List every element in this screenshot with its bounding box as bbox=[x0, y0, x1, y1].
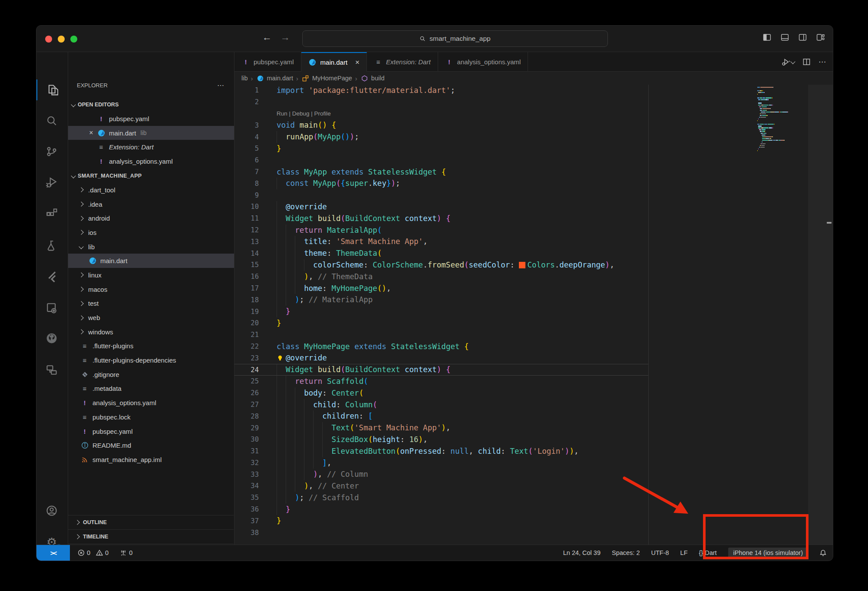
code-line-29[interactable]: 29Text('Smart Machine App'), bbox=[234, 422, 833, 434]
project-section-header[interactable]: SMART_MACHINE_APP bbox=[72, 168, 142, 183]
tree-item-lib[interactable]: lib bbox=[68, 240, 234, 254]
code-line-21[interactable]: 21 bbox=[234, 329, 833, 341]
tree-item-windows[interactable]: windows bbox=[68, 325, 234, 339]
code-line-18[interactable]: 18); // MaterialApp bbox=[234, 294, 833, 306]
code-line-4[interactable]: 4runApp(MyApp()); bbox=[234, 131, 833, 143]
minimize-window-button[interactable] bbox=[58, 36, 65, 43]
code-line-31[interactable]: 31ElevatedButton(onPressed: null, child:… bbox=[234, 446, 833, 457]
open-editor-item[interactable]: ≡Extension: Dart bbox=[68, 140, 234, 154]
code-line-7[interactable]: 7class MyApp extends StatelessWidget { bbox=[234, 166, 833, 178]
code-line-30[interactable]: 30SizedBox(height: 16), bbox=[234, 434, 833, 446]
tab-main-dart[interactable]: main.dart× bbox=[301, 52, 367, 72]
device-indicator[interactable]: iPhone 14 (ios simulator) bbox=[728, 548, 808, 558]
scrollbar-track[interactable] bbox=[808, 85, 833, 545]
command-center-search[interactable]: smart_machine_app bbox=[302, 30, 608, 47]
code-line-34[interactable]: 34), // Center bbox=[234, 480, 833, 492]
activity-testing-icon[interactable] bbox=[36, 235, 67, 256]
codelens[interactable]: Run | Debug | Profile bbox=[234, 108, 833, 120]
code-line-37[interactable]: 37} bbox=[234, 515, 833, 527]
tree-item--flutter-plugins[interactable]: ≡.flutter-plugins bbox=[68, 339, 234, 353]
tree-item-android[interactable]: android bbox=[68, 211, 234, 225]
tree-item-analysis-options-yaml[interactable]: !analysis_options.yaml bbox=[68, 396, 234, 410]
activity-custom-editor-icon[interactable] bbox=[36, 297, 67, 318]
tab-pubspec-yaml[interactable]: !pubspec.yaml bbox=[234, 52, 301, 71]
activity-source-control-icon[interactable] bbox=[36, 141, 67, 162]
indent-indicator[interactable]: Spaces: 2 bbox=[612, 549, 640, 556]
activity-account-icon[interactable] bbox=[36, 500, 67, 521]
split-editor-icon[interactable] bbox=[802, 58, 811, 66]
tab-extension-dart[interactable]: ≡Extension: Dart bbox=[367, 52, 438, 71]
tab-analysis-options-yaml[interactable]: !analysis_options.yaml bbox=[438, 52, 528, 71]
run-or-debug-icon[interactable] bbox=[782, 58, 795, 66]
code-editor[interactable]: 1import 'package:flutter/material.dart';… bbox=[234, 85, 833, 545]
tree-item--metadata[interactable]: ≡.metadata bbox=[68, 382, 234, 396]
tree-item-ios[interactable]: ios bbox=[68, 225, 234, 240]
panel-header-outline[interactable]: OUTLINE bbox=[68, 515, 234, 529]
code-line-17[interactable]: 17home: MyHomePage(), bbox=[234, 283, 833, 294]
code-line-13[interactable]: 13title: 'Smart Machine App', bbox=[234, 236, 833, 248]
code-line-12[interactable]: 12return MaterialApp( bbox=[234, 225, 833, 236]
sidebar-more-actions[interactable]: ⋯ bbox=[217, 79, 224, 91]
customize-layout-icon[interactable] bbox=[816, 33, 825, 41]
code-line-35[interactable]: 35); // Scaffold bbox=[234, 492, 833, 504]
close-icon[interactable]: × bbox=[355, 58, 360, 67]
breadcrumb-item-build[interactable]: build bbox=[360, 74, 385, 83]
code-line-1[interactable]: 1import 'package:flutter/material.dart'; bbox=[234, 85, 833, 96]
problems-indicator[interactable]: 0 0 bbox=[78, 549, 109, 556]
line-col-indicator[interactable]: Ln 24, Col 39 bbox=[563, 549, 601, 556]
code-line-28[interactable]: 28children: [ bbox=[234, 410, 833, 422]
code-line-14[interactable]: 14theme: ThemeData( bbox=[234, 248, 833, 259]
code-line-19[interactable]: 19} bbox=[234, 306, 833, 317]
minimap[interactable] bbox=[757, 86, 806, 153]
tree-item--idea[interactable]: .idea bbox=[68, 197, 234, 211]
tree-item-linux[interactable]: linux bbox=[68, 268, 234, 282]
tree-item-readme-md[interactable]: README.md bbox=[68, 438, 234, 452]
toggle-sidebar-icon[interactable] bbox=[762, 33, 772, 41]
activity-github-icon[interactable] bbox=[36, 328, 67, 349]
code-line-32[interactable]: 32], bbox=[234, 457, 833, 469]
tree-item-test[interactable]: test bbox=[68, 297, 234, 311]
code-line-36[interactable]: 36} bbox=[234, 504, 833, 515]
code-line-5[interactable]: 5} bbox=[234, 143, 833, 155]
activity-run-debug-icon[interactable] bbox=[36, 172, 67, 193]
zoom-window-button[interactable] bbox=[70, 36, 77, 43]
encoding-indicator[interactable]: UTF-8 bbox=[651, 549, 669, 556]
code-line-9[interactable]: 9 bbox=[234, 189, 833, 201]
lightbulb-icon[interactable] bbox=[277, 355, 286, 362]
tree-item-web[interactable]: web bbox=[68, 310, 234, 325]
nav-back-button[interactable]: ← bbox=[262, 32, 272, 43]
eol-indicator[interactable]: LF bbox=[680, 549, 688, 556]
code-line-8[interactable]: 8const MyApp({super.key}); bbox=[234, 178, 833, 189]
activity-flutter-icon[interactable] bbox=[36, 266, 67, 287]
code-line-16[interactable]: 16), // ThemeData bbox=[234, 271, 833, 283]
code-line-33[interactable]: 33), // Column bbox=[234, 469, 833, 480]
code-line-11[interactable]: 11Widget build(BuildContext context) { bbox=[234, 213, 833, 225]
activity-explorer-icon[interactable] bbox=[36, 79, 68, 100]
language-indicator[interactable]: {} Dart bbox=[699, 549, 717, 556]
codelens-links[interactable]: Run | Debug | Profile bbox=[277, 110, 331, 117]
tree-item-smart-machine-app-iml[interactable]: smart_machine_app.iml bbox=[68, 452, 234, 467]
close-window-button[interactable] bbox=[45, 36, 52, 43]
code-line-26[interactable]: 26body: Center( bbox=[234, 387, 833, 399]
toggle-panel-icon[interactable] bbox=[780, 33, 789, 41]
activity-remote-explorer-icon[interactable] bbox=[36, 360, 67, 380]
breadcrumb-item-myhomepage[interactable]: MyHomePage bbox=[301, 74, 352, 83]
open-editor-item[interactable]: ×main.dartlib bbox=[68, 126, 234, 140]
close-icon[interactable]: × bbox=[87, 129, 95, 137]
code-line-38[interactable]: 38 bbox=[234, 527, 833, 538]
activity-extensions-icon[interactable] bbox=[36, 203, 67, 224]
tree-item--dart-tool[interactable]: .dart_tool bbox=[68, 183, 234, 197]
ports-indicator[interactable]: 0 bbox=[120, 549, 132, 556]
tree-item-pubspec-lock[interactable]: ≡pubspec.lock bbox=[68, 410, 234, 424]
activity-search-icon[interactable] bbox=[36, 110, 67, 131]
open-editor-item[interactable]: !analysis_options.yaml bbox=[68, 154, 234, 168]
panel-header-timeline[interactable]: TIMELINE bbox=[68, 529, 234, 544]
code-line-6[interactable]: 6 bbox=[234, 155, 833, 166]
breadcrumb-item-lib[interactable]: lib bbox=[241, 75, 248, 82]
code-line-27[interactable]: 27child: Column( bbox=[234, 399, 833, 411]
tree-item--flutter-plugins-dependencies[interactable]: ≡.flutter-plugins-dependencies bbox=[68, 353, 234, 367]
open-editor-item[interactable]: !pubspec.yaml bbox=[68, 112, 234, 126]
code-line-10[interactable]: 10@override bbox=[234, 201, 833, 213]
code-line-23[interactable]: 23@override bbox=[234, 352, 833, 364]
code-line-3[interactable]: 3void main() { bbox=[234, 119, 833, 131]
